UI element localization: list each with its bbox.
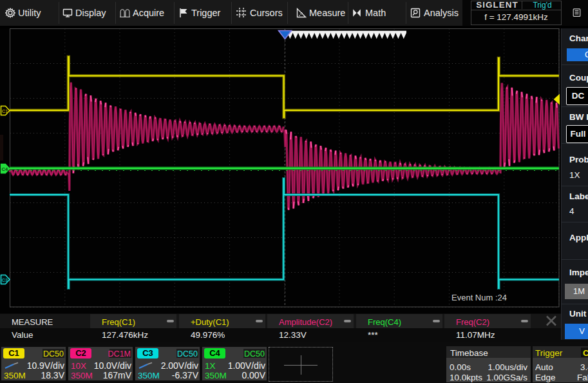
svg-text:C4: C4	[2, 166, 8, 172]
svg-text:C1: C1	[2, 108, 8, 114]
svg-text:C3: C3	[2, 277, 8, 283]
svg-text:Event Num :24: Event Num :24	[451, 293, 507, 302]
